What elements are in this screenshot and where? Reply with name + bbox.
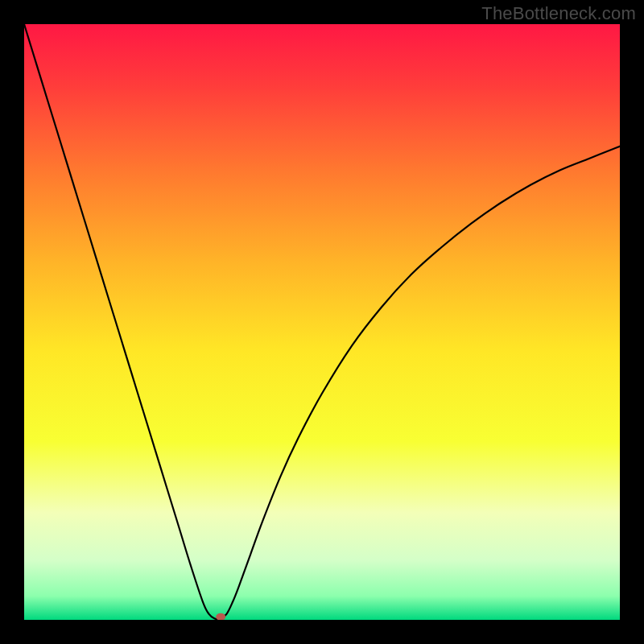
chart-svg: [24, 24, 620, 620]
watermark-text: TheBottleneck.com: [481, 3, 636, 24]
chart: [24, 24, 620, 620]
gradient-background: [24, 24, 620, 620]
